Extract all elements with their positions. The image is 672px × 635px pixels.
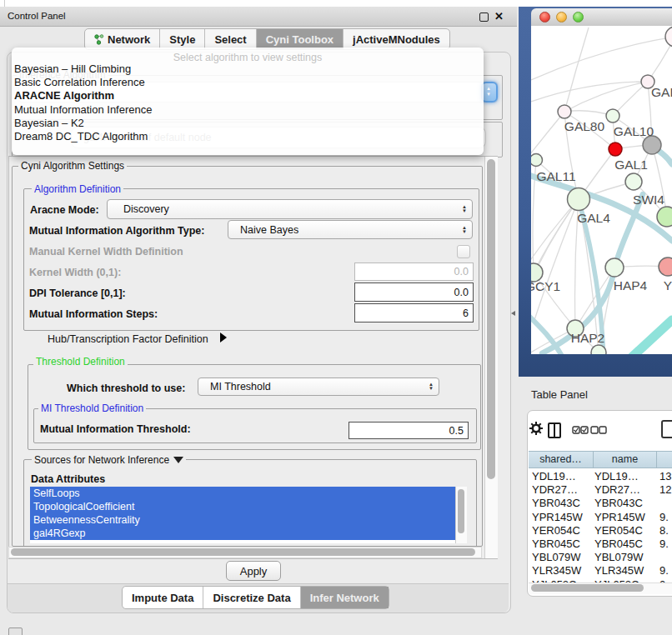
node-swi4[interactable] bbox=[625, 173, 642, 190]
top-strip-divider bbox=[4, 0, 5, 7]
label-swi4: SWI4 bbox=[633, 192, 664, 207]
deselect-all-icon[interactable] bbox=[590, 426, 607, 434]
gear-icon[interactable] bbox=[529, 421, 544, 436]
tab-infer-network[interactable]: Infer Network bbox=[300, 587, 389, 608]
table-cell[interactable]: YDL19… bbox=[594, 470, 661, 482]
table-cell[interactable]: 8. bbox=[659, 524, 672, 537]
node-gal4[interactable] bbox=[568, 188, 590, 211]
mi-threshold-label: Mutual Information Threshold: bbox=[40, 423, 191, 435]
tab-discretize-data[interactable]: Discretize Data bbox=[203, 587, 299, 608]
tab-cyni-toolbox[interactable]: Cyni Toolbox bbox=[256, 29, 343, 49]
which-threshold-combo[interactable]: MI Threshold ▲▼ bbox=[198, 378, 439, 396]
dropdown-item-aracne[interactable]: ARACNE Algorithm bbox=[14, 89, 152, 102]
apply-button[interactable]: Apply bbox=[226, 561, 281, 581]
node-gray[interactable] bbox=[643, 136, 661, 154]
table-cell[interactable]: 9. bbox=[659, 538, 672, 550]
mi-type-combo[interactable]: Naive Bayes ▲▼ bbox=[228, 220, 473, 239]
node-y[interactable] bbox=[659, 258, 672, 276]
table-row[interactable]: YDR27…YDR27…12 bbox=[528, 483, 672, 497]
node-bottom[interactable] bbox=[591, 345, 606, 354]
dropdown-item-bayesian-k2[interactable]: Bayesian – K2 bbox=[14, 117, 152, 130]
table-row[interactable]: YER054CYER054C8. bbox=[528, 524, 672, 538]
node-gal80[interactable] bbox=[558, 105, 571, 118]
table-row[interactable]: YBR043CYBR043C bbox=[528, 497, 672, 510]
mini-panel-icon[interactable] bbox=[8, 628, 23, 635]
column-header-shared[interactable]: shared… bbox=[529, 452, 594, 468]
tab-network[interactable]: Network bbox=[85, 29, 159, 49]
sources-group-title-text: Sources for Network Inference bbox=[34, 455, 169, 465]
columns-icon[interactable] bbox=[548, 422, 561, 438]
settings-vscrollbar-thumb[interactable] bbox=[487, 159, 495, 479]
dropdown-item-mutual-information[interactable]: Mutual Information Inference bbox=[14, 103, 152, 117]
collapse-arrow-icon[interactable] bbox=[173, 457, 183, 463]
node-gal1[interactable] bbox=[609, 142, 622, 156]
close-icon[interactable]: ✕ bbox=[494, 10, 504, 22]
label-gal80: GAL80 bbox=[564, 119, 605, 133]
expand-arrow-icon[interactable] bbox=[220, 332, 227, 342]
dropdown-item-basic-correlation[interactable]: Basic Correlation Inference bbox=[14, 76, 152, 89]
network-window-titlebar[interactable] bbox=[531, 8, 672, 27]
table-cell[interactable]: YBR045C bbox=[532, 538, 599, 550]
table-cell[interactable]: 9. bbox=[659, 564, 672, 577]
mi-threshold-field[interactable]: 0.5 bbox=[349, 422, 469, 439]
settings-hscrollbar-thumb[interactable] bbox=[11, 548, 475, 556]
table-cell[interactable]: YER054C bbox=[532, 524, 599, 537]
column-header-name[interactable]: name bbox=[594, 452, 657, 468]
float-window-icon[interactable] bbox=[479, 12, 489, 22]
table-cell[interactable]: YPR145W bbox=[532, 511, 599, 523]
dropdown-item-bayesian-hill-climbing[interactable]: Bayesian – Hill Climbing bbox=[14, 62, 152, 76]
table-cell[interactable]: YLR345W bbox=[594, 564, 661, 577]
table-cell[interactable]: YBL079W bbox=[594, 551, 661, 563]
table-hscrollbar-thumb[interactable] bbox=[531, 584, 644, 592]
table-cell[interactable]: YPR145W bbox=[594, 511, 661, 523]
dpi-tolerance-field[interactable]: 0.0 bbox=[354, 282, 474, 302]
tab-impute-data[interactable]: Impute Data bbox=[123, 587, 203, 608]
table-row[interactable]: YLR345WYLR345W9. bbox=[528, 564, 672, 578]
node-gal10[interactable] bbox=[606, 109, 619, 122]
node-green-right[interactable] bbox=[657, 207, 672, 227]
dropdown-item-dream8[interactable]: Dream8 DC_TDC Algorithm bbox=[14, 130, 152, 143]
data-attributes-label: Data Attributes bbox=[31, 473, 105, 485]
table-row[interactable]: YBL079WYBL079W bbox=[528, 551, 672, 564]
table-cell[interactable]: YLR345W bbox=[532, 564, 599, 577]
network-canvas[interactable]: GAL80 GAL10 GAL1 GAL11 GAL4 SWI4 GCY1 HA… bbox=[531, 26, 672, 354]
table-cell[interactable]: YBR045C bbox=[594, 538, 661, 550]
table-cell[interactable]: YER054C bbox=[594, 524, 661, 537]
tab-select[interactable]: Select bbox=[204, 29, 255, 49]
table-cell[interactable]: 12 bbox=[659, 483, 672, 496]
table-row[interactable]: YPR145WYPR145W9. bbox=[528, 511, 672, 524]
list-item-betweennesscentrality[interactable]: BetweennessCentrality bbox=[30, 513, 455, 527]
node-gal11[interactable] bbox=[531, 154, 543, 167]
table-row[interactable]: YBR045CYBR045C9. bbox=[528, 538, 672, 551]
table-cell[interactable]: YBR043C bbox=[532, 497, 599, 509]
table-cell[interactable]: YDR27… bbox=[594, 483, 661, 496]
cut-toolbar-icon[interactable] bbox=[661, 420, 672, 438]
table-row[interactable]: YDL19…YDL19…13 bbox=[528, 470, 672, 483]
aracne-mode-combo[interactable]: Discovery ▲▼ bbox=[107, 199, 473, 219]
table-cell[interactable]: 9. bbox=[659, 511, 672, 523]
list-item-gal4rgexp[interactable]: gal4RGexp bbox=[30, 527, 455, 540]
attributes-list-scrollbar-thumb[interactable] bbox=[458, 489, 464, 533]
node-top-right[interactable] bbox=[665, 27, 672, 47]
algorithm-combo-focus-button[interactable]: ▲▼ bbox=[481, 82, 498, 102]
close-traffic-icon[interactable] bbox=[539, 12, 550, 22]
threshold-definition-group-title: Threshold Definition bbox=[33, 357, 128, 367]
table-cell[interactable]: YBL079W bbox=[532, 551, 599, 563]
zoom-traffic-icon[interactable] bbox=[573, 12, 584, 22]
tab-style[interactable]: Style bbox=[159, 29, 204, 49]
list-item-selfloops[interactable]: SelfLoops bbox=[30, 487, 455, 500]
minimize-traffic-icon[interactable] bbox=[556, 12, 567, 22]
table-cell[interactable]: YDL19… bbox=[532, 470, 599, 482]
tab-jactivemnodules[interactable]: jActiveMNodules bbox=[343, 29, 449, 49]
select-all-icon[interactable] bbox=[572, 426, 589, 434]
mi-steps-field[interactable]: 6 bbox=[354, 303, 474, 322]
node-hap4[interactable] bbox=[605, 258, 624, 277]
list-item-topologicalcoefficient[interactable]: TopologicalCoefficient bbox=[30, 500, 455, 513]
manual-kernel-checkbox[interactable] bbox=[457, 245, 470, 258]
data-attributes-list[interactable]: SelfLoops TopologicalCoefficient Between… bbox=[30, 487, 455, 543]
panel-divider-arrow-icon[interactable] bbox=[511, 311, 515, 316]
table-cell[interactable]: 13 bbox=[659, 470, 672, 482]
table-cell[interactable]: YBR043C bbox=[594, 497, 661, 509]
kernel-width-field[interactable]: 0.0 bbox=[354, 262, 474, 281]
table-cell[interactable]: YDR27… bbox=[532, 483, 599, 496]
